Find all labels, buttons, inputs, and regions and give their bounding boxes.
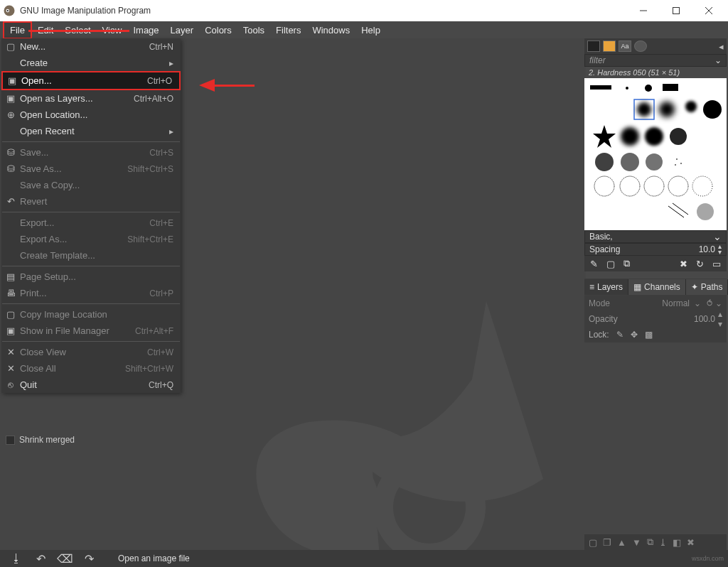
- mask-layer-icon[interactable]: ◧: [673, 537, 681, 548]
- lower-layer-icon[interactable]: ▼: [632, 537, 641, 548]
- delete-brush-icon[interactable]: ✖: [680, 259, 687, 269]
- undo-icon[interactable]: ↶: [28, 552, 53, 566]
- chevron-down-icon[interactable]: ⌄: [715, 298, 722, 308]
- download-icon[interactable]: ⭳: [4, 552, 28, 565]
- duplicate-brush-icon[interactable]: ⧉: [623, 258, 630, 269]
- menu-item-copy-image-location[interactable]: ▢Copy Image Location: [1, 306, 181, 323]
- menu-separator: [2, 341, 180, 342]
- menu-item-save-a-copy[interactable]: Save a Copy...: [1, 177, 181, 193]
- brush-filter-input[interactable]: filter ⌄: [584, 54, 727, 67]
- menu-item-icon: ⊕: [1, 109, 20, 120]
- menu-item-save-as[interactable]: ⛁Save As...Shift+Ctrl+S: [1, 161, 181, 177]
- menu-item-close-all[interactable]: ✕Close AllShift+Ctrl+W: [1, 360, 181, 377]
- lock-alpha-icon[interactable]: ▩: [645, 330, 653, 340]
- tab-fonts[interactable]: Aa: [619, 40, 631, 52]
- menu-item-icon: ▢: [1, 309, 20, 320]
- raise-layer-icon[interactable]: ▲: [617, 537, 626, 548]
- menu-item-export[interactable]: Export...Ctrl+E: [1, 215, 181, 231]
- opacity-slider[interactable]: Opacity 100.0 ▴▾: [584, 311, 727, 327]
- merge-layer-icon[interactable]: ⤓: [659, 537, 667, 548]
- svg-point-14: [685, 101, 697, 112]
- menu-file[interactable]: File: [3, 21, 32, 39]
- dock-menu-icon[interactable]: ◂: [719, 41, 724, 52]
- menu-item-close-view[interactable]: ✕Close ViewCtrl+W: [1, 344, 181, 360]
- menu-item-open-as-layers[interactable]: ▣Open as Layers...Ctrl+Alt+O: [1, 90, 181, 107]
- menu-tools[interactable]: Tools: [237, 23, 270, 38]
- paths-icon: ✦: [691, 282, 698, 292]
- menu-layer[interactable]: Layer: [165, 23, 200, 38]
- svg-point-20: [621, 127, 639, 146]
- menu-filters[interactable]: Filters: [270, 23, 306, 38]
- lock-move-icon[interactable]: ✥: [631, 330, 638, 340]
- delete-icon[interactable]: ⌫: [53, 552, 77, 566]
- menu-item-quit[interactable]: ⎋QuitCtrl+Q: [1, 377, 181, 393]
- svg-point-12: [645, 85, 652, 92]
- menu-item-open-recent[interactable]: Open Recent▸: [1, 123, 181, 139]
- new-brush-icon[interactable]: ▢: [606, 259, 615, 269]
- menu-item-open-location[interactable]: ⊕Open Location...: [1, 107, 181, 123]
- chevron-down-icon[interactable]: ⌄: [714, 55, 722, 65]
- menu-item-new[interactable]: ▢New...Ctrl+N: [1, 38, 181, 55]
- menu-colors[interactable]: Colors: [199, 23, 237, 38]
- tab-channels[interactable]: ▦Channels: [628, 279, 686, 295]
- status-text: Open an image file: [118, 554, 190, 563]
- brush-toolbar: ✎ ▢ ⧉ ✖ ↻ ▭: [584, 256, 727, 271]
- shrink-merged-option[interactable]: Shrink merged: [6, 435, 75, 445]
- tab-history[interactable]: [634, 40, 647, 52]
- menu-item-create-template[interactable]: Create Template...: [1, 247, 181, 264]
- lock-paint-icon[interactable]: ✎: [616, 330, 623, 340]
- menu-item-icon: ⛁: [1, 147, 20, 158]
- svg-point-25: [646, 153, 663, 171]
- menu-item-create[interactable]: Create▸: [1, 55, 181, 71]
- layer-mode-select[interactable]: Mode Normal ⌄ ⥀ ⌄: [584, 296, 727, 311]
- wilber-icon: [216, 294, 586, 550]
- menu-item-revert[interactable]: ↶Revert: [1, 193, 181, 210]
- chevron-down-icon[interactable]: ⌄: [694, 298, 701, 308]
- brush-grid[interactable]: [584, 78, 727, 230]
- duplicate-layer-icon[interactable]: ⧉: [647, 536, 653, 548]
- spinner-icon[interactable]: ▴▾: [718, 244, 722, 255]
- watermark: wsxdn.com: [692, 555, 724, 562]
- mode-reset-icon[interactable]: ⥀: [707, 298, 712, 308]
- layers-toolbar: ▢ ❐ ▲ ▼ ⧉ ⤓ ◧ ✖: [584, 534, 727, 550]
- tab-layers[interactable]: ≡Layers: [584, 279, 628, 295]
- close-button[interactable]: [692, 0, 725, 21]
- delete-layer-icon[interactable]: ✖: [687, 537, 695, 548]
- menu-item-show-in-file-manager[interactable]: ▣Show in File ManagerCtrl+Alt+F: [1, 323, 181, 339]
- edit-brush-icon[interactable]: ✎: [590, 259, 598, 269]
- refresh-brush-icon[interactable]: ↻: [696, 259, 704, 269]
- menu-item-icon: ✕: [1, 347, 20, 357]
- layers-list[interactable]: [584, 342, 727, 534]
- gimp-logo-icon: [3, 4, 16, 17]
- menu-item-icon: ▣: [1, 325, 20, 336]
- chevron-down-icon[interactable]: ⌄: [713, 231, 722, 242]
- svg-point-16: [637, 102, 651, 117]
- menu-item-print[interactable]: 🖶Print...Ctrl+P: [1, 285, 181, 301]
- menu-item-export-as[interactable]: Export As...Shift+Ctrl+E: [1, 231, 181, 247]
- tab-brushes[interactable]: [587, 40, 600, 52]
- menu-help[interactable]: Help: [355, 23, 386, 38]
- spinner-icon[interactable]: ▴▾: [718, 309, 722, 329]
- svg-point-18: [703, 100, 722, 119]
- tab-patterns[interactable]: [603, 40, 616, 52]
- file-menu-dropdown: ▢New...Ctrl+NCreate▸▣Open...Ctrl+O▣Open …: [1, 38, 181, 393]
- new-group-icon[interactable]: ❐: [603, 537, 611, 548]
- menu-windows[interactable]: Windows: [306, 23, 355, 38]
- minimize-button[interactable]: [627, 0, 660, 21]
- menu-separator: [2, 303, 180, 304]
- tab-paths[interactable]: ✦Paths: [686, 279, 728, 295]
- redo-icon[interactable]: ↷: [77, 552, 101, 566]
- open-brush-icon[interactable]: ▭: [712, 259, 721, 269]
- brush-preset-select[interactable]: Basic, ⌄: [584, 230, 727, 243]
- svg-rect-10: [590, 85, 611, 90]
- menu-item-icon: ▢: [1, 41, 20, 52]
- spacing-input[interactable]: Spacing 10.0 ▴▾: [584, 243, 727, 256]
- new-layer-icon[interactable]: ▢: [589, 537, 597, 548]
- menu-separator: [2, 266, 180, 266]
- menu-image[interactable]: Image: [127, 23, 164, 38]
- shrink-merged-checkbox[interactable]: [6, 436, 15, 445]
- menu-item-save[interactable]: ⛁Save...Ctrl+S: [1, 144, 181, 161]
- menu-item-open[interactable]: ▣Open...Ctrl+O: [1, 71, 181, 90]
- maximize-button[interactable]: [660, 0, 692, 21]
- menu-item-page-setup[interactable]: ▤Page Setup...: [1, 269, 181, 285]
